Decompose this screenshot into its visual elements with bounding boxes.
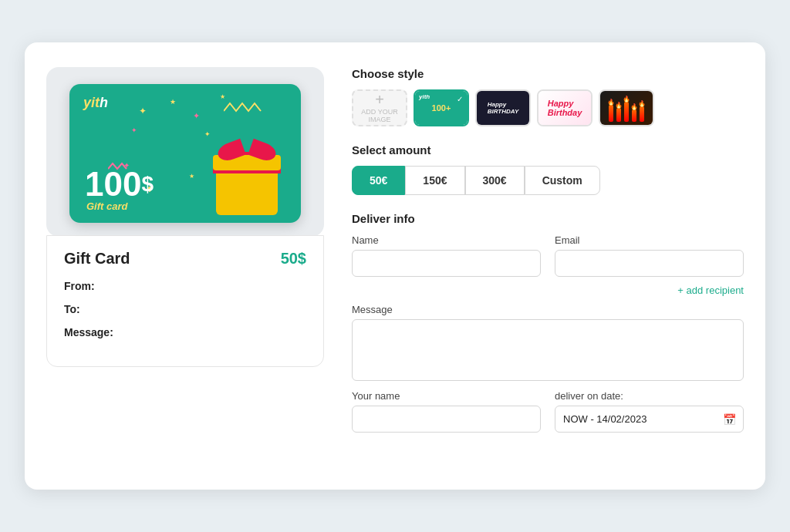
- amount-btn-50[interactable]: 50€: [352, 166, 405, 195]
- card-info: Gift Card 50$ From: To: Message:: [46, 235, 324, 367]
- to-field: To:: [64, 303, 306, 315]
- message-label: Message: [352, 304, 744, 315]
- selected-check-icon: ✓: [454, 93, 466, 105]
- right-panel: Choose style + ADD YOUR IMAGE ✓ yith 100…: [352, 67, 744, 465]
- card-preview-wrapper: yith ✦ ★ ✦ ★ ✦ ✦ ✦ ★ ◆: [46, 67, 324, 237]
- mini-candles: [600, 91, 653, 125]
- gift-card-visual: yith ✦ ★ ✦ ★ ✦ ✦ ✦ ★ ◆: [69, 84, 301, 223]
- deliver-info: Deliver info Name Email + add recipient …: [352, 212, 744, 440]
- confetti-svg: [224, 99, 270, 123]
- email-input[interactable]: [555, 250, 744, 277]
- style-option-candles[interactable]: [599, 89, 654, 126]
- email-group: Email: [555, 234, 744, 277]
- card-info-header: Gift Card 50$: [64, 250, 306, 268]
- deliver-date-label: deliver on date:: [555, 390, 744, 402]
- candle-4: [632, 109, 636, 122]
- mini-birthday-pink: HappyBirthday: [538, 91, 591, 125]
- card-amount: 100$: [85, 167, 154, 201]
- candle-2: [616, 108, 621, 122]
- message-field: Message:: [64, 326, 306, 338]
- plus-icon: +: [375, 92, 384, 107]
- style-option-birthday-dark[interactable]: HappyBIRTHDAY: [475, 89, 531, 126]
- message-group: Message: [352, 304, 744, 381]
- candle-3: [624, 102, 629, 122]
- mini-gift-brand: yith: [419, 93, 430, 100]
- amount-selector: 50€ 150€ 300€ Custom: [352, 166, 744, 195]
- message-textarea[interactable]: [352, 319, 744, 381]
- candle-1: [609, 105, 613, 122]
- left-panel: yith ✦ ★ ✦ ★ ✦ ✦ ✦ ★ ◆: [46, 67, 324, 465]
- date-input-wrapper: 📅: [555, 406, 744, 433]
- from-field: From:: [64, 280, 306, 292]
- style-picker: + ADD YOUR IMAGE ✓ yith 100+ HappyBIRTHD…: [352, 89, 744, 126]
- add-recipient-button[interactable]: + add recipient: [677, 285, 744, 296]
- style-option-birthday-pink[interactable]: HappyBirthday: [537, 89, 592, 126]
- your-name-group: Your name: [352, 390, 541, 433]
- add-image-label: ADD YOUR IMAGE: [353, 109, 406, 124]
- email-label: Email: [555, 234, 744, 246]
- your-name-input[interactable]: [352, 406, 541, 433]
- gift-box: [208, 130, 293, 215]
- name-group: Name: [352, 234, 541, 277]
- card-brand: yith: [83, 95, 108, 111]
- birthday-pink-text: HappyBirthday: [548, 99, 582, 117]
- style-option-gift[interactable]: ✓ yith 100+: [414, 89, 469, 126]
- choose-style-title: Choose style: [352, 67, 744, 80]
- mini-birthday-dark: HappyBIRTHDAY: [477, 91, 529, 125]
- name-label: Name: [352, 234, 541, 246]
- card-info-price: 50$: [281, 250, 306, 268]
- your-name-label: Your name: [352, 390, 541, 402]
- amount-btn-150[interactable]: 150€: [405, 166, 464, 195]
- mini-gift-amount-text: 100+: [432, 103, 451, 113]
- deliver-date-group: deliver on date: 📅: [555, 390, 744, 433]
- name-email-row: Name Email: [352, 234, 744, 277]
- main-container: yith ✦ ★ ✦ ★ ✦ ✦ ✦ ★ ◆: [25, 42, 765, 490]
- birthday-dark-text: HappyBIRTHDAY: [488, 101, 519, 115]
- name-input[interactable]: [352, 250, 541, 277]
- deliver-date-input[interactable]: [555, 406, 744, 433]
- select-amount-title: Select amount: [352, 143, 744, 157]
- add-recipient-link: + add recipient: [352, 285, 744, 296]
- card-info-title: Gift Card: [64, 250, 130, 268]
- style-option-add-image[interactable]: + ADD YOUR IMAGE: [352, 89, 407, 126]
- amount-btn-custom[interactable]: Custom: [525, 166, 600, 195]
- deliver-info-title: Deliver info: [352, 212, 744, 225]
- candle-5: [640, 106, 644, 122]
- name-date-row: Your name deliver on date: 📅: [352, 390, 744, 433]
- card-subtitle: Gift card: [86, 200, 127, 212]
- amount-btn-300[interactable]: 300€: [465, 166, 525, 195]
